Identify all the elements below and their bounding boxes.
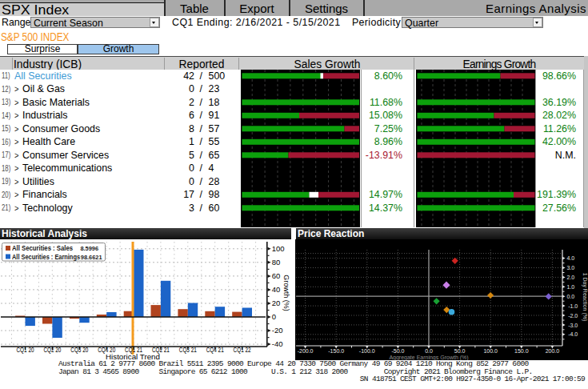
svg-text:-20: -20 xyxy=(272,326,283,335)
svg-text:0: 0 xyxy=(272,312,276,321)
svg-text:98.6621: 98.6621 xyxy=(81,254,102,261)
svg-text:40: 40 xyxy=(272,285,281,294)
svg-text:100: 100 xyxy=(272,244,285,253)
svg-text:CQ1 20: CQ1 20 xyxy=(17,346,34,354)
svg-text:-3.0: -3.0 xyxy=(568,323,578,328)
svg-text:All Securities : Sales: All Securities : Sales xyxy=(12,244,73,252)
svg-text:3.0: 3.0 xyxy=(567,265,575,271)
svg-text:4.0: 4.0 xyxy=(567,255,575,261)
svg-text:CQ2 20: CQ2 20 xyxy=(43,346,61,354)
svg-text:80: 80 xyxy=(272,258,281,267)
svg-text:1.0: 1.0 xyxy=(567,284,575,290)
svg-text:-100.0: -100.0 xyxy=(359,348,375,354)
svg-text:-2.0: -2.0 xyxy=(568,313,578,319)
svg-text:CQ1 22: CQ1 22 xyxy=(234,346,251,354)
svg-text:50.0: 50.0 xyxy=(454,348,466,354)
svg-text:2.0: 2.0 xyxy=(567,275,575,280)
svg-text:Growth (%): Growth (%) xyxy=(282,275,290,311)
svg-text:CQ3 20: CQ3 20 xyxy=(70,346,88,354)
svg-text:8.5996: 8.5996 xyxy=(80,245,98,252)
svg-text:200.0: 200.0 xyxy=(546,348,560,354)
svg-text:0.0: 0.0 xyxy=(425,348,433,354)
svg-text:60: 60 xyxy=(272,271,281,280)
svg-text:20: 20 xyxy=(272,299,281,307)
svg-text:-40: -40 xyxy=(272,339,283,348)
svg-text:0.0: 0.0 xyxy=(567,294,575,299)
svg-text:-4.0: -4.0 xyxy=(568,331,578,337)
svg-text:1 Day Reaction (%): 1 Day Reaction (%) xyxy=(582,273,588,322)
svg-text:-50.0: -50.0 xyxy=(391,348,404,354)
svg-text:CQ3 21: CQ3 21 xyxy=(179,346,197,354)
svg-text:-200.0: -200.0 xyxy=(298,348,314,354)
svg-text:100.0: 100.0 xyxy=(483,348,498,354)
svg-text:-150.0: -150.0 xyxy=(328,348,344,354)
svg-text:-1.0: -1.0 xyxy=(568,303,578,309)
svg-text:All Securities : Earnings: All Securities : Earnings xyxy=(12,253,80,261)
svg-text:150.0: 150.0 xyxy=(514,348,529,354)
svg-text:CQ4 21: CQ4 21 xyxy=(206,346,224,354)
